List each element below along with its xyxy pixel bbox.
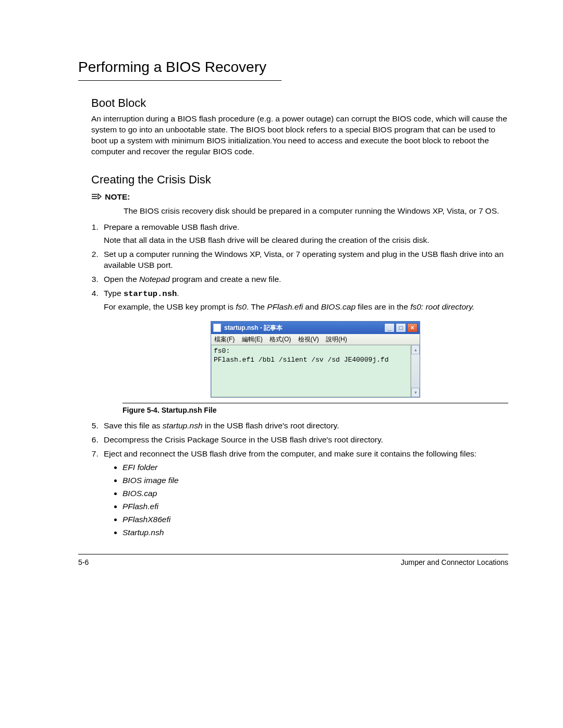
note-label-row: NOTE: <box>91 192 508 203</box>
steps-list-1: Prepare a removable USB flash drive. Not… <box>91 222 508 312</box>
menu-view[interactable]: 檢視(V) <box>298 336 319 343</box>
note-body: The BIOS crisis recovery disk should be … <box>124 206 508 217</box>
step-1-extra: Note that all data in the USB flash driv… <box>104 235 508 246</box>
file-item: PFlash.efi <box>123 501 508 512</box>
notepad-line-1: fs0: <box>214 347 408 356</box>
step-4: Type startup.nsh. For example, the USB k… <box>101 288 508 313</box>
step-6: Decompress the Crisis Package Source in … <box>101 435 508 446</box>
menu-edit[interactable]: 編輯(E) <box>242 336 263 343</box>
scroll-up-icon[interactable]: ▴ <box>411 345 420 354</box>
notepad-scrollbar[interactable]: ▴ ▾ <box>411 345 420 397</box>
menu-help[interactable]: 說明(H) <box>326 336 347 343</box>
page-title: Performing a BIOS Recovery <box>78 57 508 77</box>
step-5: Save this file as startup.nsh in the USB… <box>101 421 508 431</box>
heading-boot-block: Boot Block <box>91 95 508 111</box>
scroll-down-icon[interactable]: ▾ <box>411 388 420 397</box>
heading-crisis-disk: Creating the Crisis Disk <box>91 172 508 188</box>
step-7: Eject and reconnect the USB flash drive … <box>101 449 508 538</box>
notepad-title: startup.nsh - 記事本 <box>224 324 384 332</box>
minimize-button[interactable]: _ <box>384 323 395 332</box>
files-list: EFI folder BIOS image file BIOS.cap PFla… <box>104 462 508 538</box>
notepad-text-area[interactable]: fs0: PFlash.efi /bbl /silent /sv /sd JE4… <box>211 345 411 397</box>
notepad-window: startup.nsh - 記事本 _ □ × 檔案(F) 編輯(E) 格式(O… <box>211 321 420 398</box>
file-item: PFlashX86efi <box>123 514 508 525</box>
file-item: Startup.nsh <box>123 527 508 538</box>
figure: startup.nsh - 記事本 _ □ × 檔案(F) 編輯(E) 格式(O… <box>123 321 508 415</box>
maximize-button[interactable]: □ <box>396 323 406 332</box>
page-footer: 5-6 Jumper and Connector Locations <box>78 554 508 567</box>
step-1-main: Prepare a removable USB flash drive. <box>104 223 239 231</box>
notepad-menubar: 檔案(F) 編輯(E) 格式(O) 檢視(V) 說明(H) <box>211 334 420 345</box>
note-icon <box>91 192 103 203</box>
notepad-titlebar: startup.nsh - 記事本 _ □ × <box>211 322 420 334</box>
note-label: NOTE: <box>105 192 130 201</box>
file-item: BIOS image file <box>123 475 508 486</box>
steps-list-2: Save this file as startup.nsh in the USB… <box>91 421 508 538</box>
caption-rule <box>123 403 508 403</box>
step-1: Prepare a removable USB flash drive. Not… <box>101 222 508 246</box>
notepad-icon <box>213 324 221 332</box>
file-item: EFI folder <box>123 462 508 473</box>
close-button[interactable]: × <box>407 323 418 332</box>
step-3: Open the Notepad program and create a ne… <box>101 274 508 285</box>
page: Performing a BIOS Recovery Boot Block An… <box>0 0 563 599</box>
menu-file[interactable]: 檔案(F) <box>214 336 235 343</box>
step-4-example: For example, the USB key prompt is fs0. … <box>104 302 508 313</box>
figure-caption: Figure 5-4. Startup.nsh File <box>123 405 508 415</box>
content: Boot Block An interruption during a BIOS… <box>78 95 508 538</box>
step-2: Set up a computer running the Windows XP… <box>101 249 508 271</box>
title-rule <box>78 80 282 81</box>
menu-format[interactable]: 格式(O) <box>270 336 291 343</box>
file-item: BIOS.cap <box>123 488 508 499</box>
page-number: 5-6 <box>78 558 89 567</box>
step-2-main: Set up a computer running the Windows XP… <box>104 250 504 269</box>
boot-block-body: An interruption during a BIOS flash proc… <box>91 114 508 157</box>
notepad-line-2: PFlash.efi /bbl /silent /sv /sd JE40009j… <box>214 355 408 365</box>
footer-section: Jumper and Connector Locations <box>401 558 508 567</box>
